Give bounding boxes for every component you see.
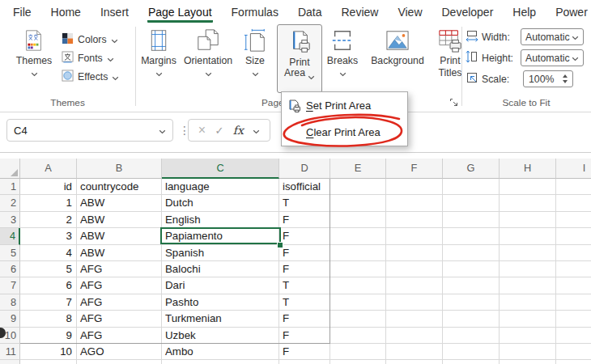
themes-button[interactable]: Themes (11, 27, 57, 74)
breaks-button[interactable]: Breaks (322, 27, 363, 74)
size-button[interactable]: Size (236, 27, 274, 74)
colors-button[interactable]: Colors (62, 32, 118, 47)
cell-H3[interactable] (500, 212, 556, 228)
cell-D9[interactable]: F (279, 311, 330, 327)
tab-review[interactable]: Review (341, 3, 380, 23)
cell-B5[interactable]: ABW (77, 245, 162, 261)
width-dropdown[interactable]: Automatic (521, 28, 584, 45)
tab-insert[interactable]: Insert (100, 3, 130, 23)
cell-H12[interactable] (500, 360, 556, 364)
cell-G12[interactable] (443, 360, 500, 364)
spin-up-icon[interactable] (563, 74, 568, 78)
dialog-launcher-icon[interactable] (449, 95, 459, 105)
cell-E1[interactable] (330, 179, 386, 195)
cell-H6[interactable] (500, 261, 556, 277)
fx-icon[interactable]: fx (233, 124, 244, 137)
cell-C1[interactable]: language (162, 179, 279, 195)
cell-I2[interactable] (556, 195, 591, 211)
cell-H5[interactable] (500, 245, 556, 261)
cell-I3[interactable] (556, 212, 591, 228)
cell-B6[interactable]: AFG (77, 261, 162, 277)
tab-developer[interactable]: Developer (441, 3, 495, 23)
cell-G10[interactable] (443, 328, 500, 344)
cell-E12[interactable] (330, 360, 386, 364)
cell-B7[interactable]: AFG (77, 277, 162, 294)
tab-view[interactable]: View (397, 3, 423, 23)
cell-F3[interactable] (386, 212, 443, 228)
cell-C5[interactable]: Spanish (162, 245, 279, 261)
cell-E3[interactable] (330, 212, 386, 228)
cell-F7[interactable] (386, 277, 443, 294)
cell-G5[interactable] (443, 245, 500, 261)
row-header-4[interactable]: 4 (0, 228, 20, 244)
cell-A7[interactable]: 6 (20, 277, 77, 294)
cell-A4[interactable]: 3 (20, 228, 77, 244)
cell-D7[interactable]: T (279, 277, 330, 294)
cell-G7[interactable] (443, 277, 500, 294)
cell-G6[interactable] (443, 261, 500, 277)
tab-help[interactable]: Help (512, 3, 537, 23)
cell-F8[interactable] (386, 294, 443, 311)
row-header-11[interactable]: 11 (0, 344, 20, 360)
column-header-A[interactable]: A (20, 159, 77, 179)
cell-C9[interactable]: Turkmenian (162, 311, 279, 327)
cell-C7[interactable]: Dari (162, 277, 279, 294)
cell-A10[interactable]: 9 (20, 328, 77, 344)
cell-D2[interactable]: T (279, 195, 330, 211)
cell-G1[interactable] (443, 179, 500, 195)
cell-I8[interactable] (556, 294, 591, 311)
tab-data[interactable]: Data (297, 3, 323, 23)
column-header-D[interactable]: D (279, 159, 330, 179)
cell-G8[interactable] (443, 294, 500, 311)
orientation-button[interactable]: Orientation (181, 27, 235, 74)
cell-A11[interactable]: 10 (20, 344, 77, 360)
cell-D12[interactable]: F (279, 360, 330, 364)
tab-formulas[interactable]: Formulas (231, 3, 279, 23)
cell-G2[interactable] (443, 195, 500, 211)
cell-I10[interactable] (556, 328, 591, 344)
cell-D5[interactable]: F (279, 245, 330, 261)
cell-C6[interactable]: Balochi (162, 261, 279, 277)
row-header-7[interactable]: 7 (0, 277, 20, 294)
cell-I7[interactable] (556, 277, 591, 294)
cell-B12[interactable]: AGO (77, 360, 162, 364)
menu-item-set-print-area[interactable]: Set Print Area (282, 92, 407, 119)
tab-home[interactable]: Home (50, 3, 82, 23)
cell-E9[interactable] (330, 311, 386, 327)
cell-B1[interactable]: countrycode (77, 179, 162, 195)
column-header-C[interactable]: C (162, 159, 279, 179)
row-header-12[interactable]: 12 (0, 360, 20, 364)
cell-F11[interactable] (386, 344, 443, 360)
column-header-I[interactable]: I (556, 159, 591, 179)
column-header-E[interactable]: E (330, 159, 386, 179)
cell-H1[interactable] (500, 179, 556, 195)
print-titles-button[interactable]: Print Titles (432, 27, 468, 78)
background-button[interactable]: Background (364, 27, 431, 66)
cell-H11[interactable] (500, 344, 556, 360)
tab-file[interactable]: File (12, 3, 32, 23)
cell-D10[interactable]: F (279, 328, 330, 344)
cell-F10[interactable] (386, 328, 443, 344)
column-header-F[interactable]: F (386, 159, 443, 179)
cell-I6[interactable] (556, 261, 591, 277)
cell-E8[interactable] (330, 294, 386, 311)
cell-F2[interactable] (386, 195, 443, 211)
scale-spinner[interactable]: 100% (523, 70, 573, 87)
cell-A6[interactable]: 5 (20, 261, 77, 277)
height-dropdown[interactable]: Automatic (521, 49, 584, 66)
cell-A2[interactable]: 1 (20, 195, 77, 211)
cell-F1[interactable] (386, 179, 443, 195)
column-header-G[interactable]: G (443, 159, 500, 179)
cell-C11[interactable]: Ambo (162, 344, 279, 360)
row-header-9[interactable]: 9 (0, 311, 20, 327)
row-header-8[interactable]: 8 (0, 294, 20, 311)
cell-B11[interactable]: AGO (77, 344, 162, 360)
cell-B10[interactable]: AFG (77, 328, 162, 344)
cell-H4[interactable] (500, 228, 556, 244)
cell-D4[interactable]: F (279, 228, 330, 244)
name-box[interactable]: C4 (6, 119, 173, 142)
cell-A8[interactable]: 7 (20, 294, 77, 311)
cell-B9[interactable]: AFG (77, 311, 162, 327)
cell-G4[interactable] (443, 228, 500, 244)
row-header-5[interactable]: 5 (0, 245, 20, 261)
